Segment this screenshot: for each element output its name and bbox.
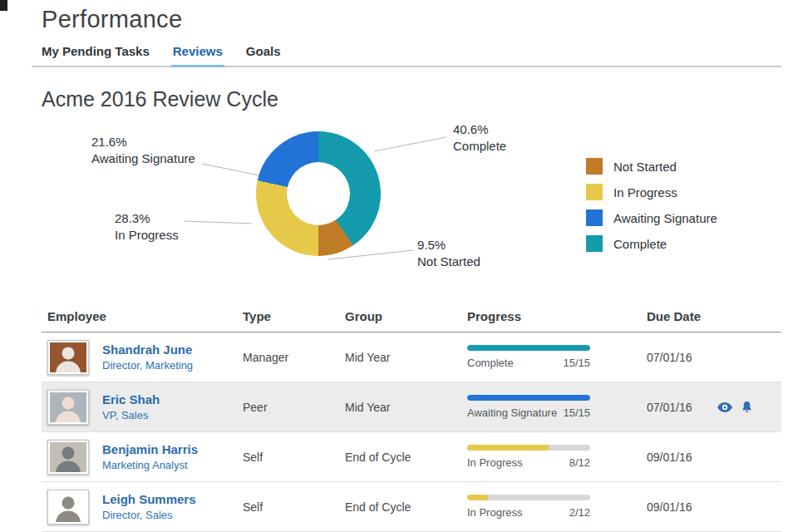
performance-page: Performance My Pending Tasks Reviews Goa… (0, 6, 798, 532)
avatar (47, 490, 89, 525)
table-row[interactable]: Leigh Summers Director, Sales Self End o… (42, 482, 781, 532)
due-date: 09/01/16 (647, 500, 692, 514)
progress-count: 15/15 (563, 406, 590, 419)
progress-status: In Progress (467, 456, 522, 469)
tab-goals[interactable]: Goals (246, 44, 281, 67)
review-group: Mid Year (345, 401, 467, 414)
due-date: 07/01/16 (647, 401, 692, 414)
legend-item-not-started: Not Started (586, 158, 717, 175)
legend-swatch (586, 158, 603, 175)
progress-bar-fill (467, 445, 549, 451)
legend-label: Complete (613, 237, 667, 251)
column-header-progress: Progress (467, 309, 647, 323)
legend-swatch (586, 235, 603, 252)
tab-reviews[interactable]: Reviews (173, 44, 223, 67)
table-row[interactable]: Shandrah June Director, Marketing Manage… (42, 332, 781, 382)
progress-bar (467, 345, 590, 351)
progress-bar-fill (467, 345, 590, 351)
review-type: Manager (243, 351, 345, 364)
employee-photo (50, 392, 86, 422)
callout-not-started-label: Not Started (417, 254, 480, 270)
employee-cell: Shandrah June Director, Marketing (42, 340, 243, 375)
table-row[interactable]: Benjamin Harris Marketing Analyst Self E… (42, 432, 781, 482)
table-row[interactable]: Eric Shah VP, Sales Peer Mid Year Awaiti… (42, 382, 781, 432)
employee-title: Director, Marketing (102, 359, 193, 372)
column-header-group: Group (345, 309, 467, 323)
progress-status: Complete (467, 357, 514, 369)
callout-complete-pct: 40.6% (453, 121, 506, 138)
employee-photo (50, 342, 86, 372)
progress-cell: In Progress 2/12 (467, 495, 647, 519)
progress-status: In Progress (467, 506, 522, 519)
employee-title: VP, Sales (102, 409, 160, 421)
legend-swatch (586, 184, 603, 200)
callout-in-progress: 28.3% In Progress (115, 210, 179, 243)
employee-title: Marketing Analyst (102, 459, 198, 471)
progress-count: 2/12 (569, 506, 590, 519)
due-date-cell: 09/01/16 (647, 500, 781, 514)
callout-awaiting-signature: 21.6% Awaiting Signature (91, 134, 195, 166)
chart-legend: Not Started In Progress Awaiting Signatu… (586, 158, 717, 261)
employee-name-link[interactable]: Eric Shah (102, 392, 160, 406)
progress-count: 15/15 (563, 357, 590, 369)
legend-label: Awaiting Signature (613, 211, 717, 225)
notification-bell-icon[interactable] (741, 401, 752, 413)
progress-bar (467, 495, 590, 500)
column-header-type: Type (243, 309, 345, 323)
due-date: 09/01/16 (647, 451, 692, 464)
progress-cell: Awaiting Signature 15/15 (467, 395, 647, 419)
column-header-due-date: Due Date (647, 309, 781, 323)
callout-awaiting-label: Awaiting Signature (91, 150, 195, 167)
avatar (47, 340, 89, 375)
progress-bar (467, 395, 590, 401)
review-type: Peer (243, 401, 345, 414)
callout-in-progress-pct: 28.3% (115, 210, 179, 227)
progress-bar-fill (467, 395, 590, 401)
due-date-cell: 09/01/16 (647, 451, 781, 464)
view-icon[interactable] (717, 402, 732, 412)
callout-not-started-pct: 9.5% (417, 237, 480, 254)
review-type: Self (243, 451, 345, 464)
review-group: End of Cycle (345, 451, 467, 464)
legend-item-in-progress: In Progress (586, 184, 717, 200)
employee-name-link[interactable]: Shandrah June (102, 342, 193, 357)
donut-chart (256, 131, 381, 256)
employee-cell: Eric Shah VP, Sales (42, 390, 243, 425)
employee-cell: Leigh Summers Director, Sales (42, 490, 243, 525)
progress-cell: Complete 15/15 (467, 345, 647, 369)
review-group: Mid Year (345, 351, 467, 364)
page-title: Performance (42, 6, 781, 33)
progress-cell: In Progress 8/12 (467, 445, 647, 469)
avatar (47, 440, 89, 475)
corner-mark (0, 0, 7, 11)
progress-count: 8/12 (569, 456, 590, 469)
avatar (47, 390, 89, 425)
table-header: Employee Type Group Progress Due Date (42, 306, 781, 332)
due-date-cell: 07/01/16 (647, 401, 781, 414)
row-actions (717, 401, 752, 413)
column-header-employee: Employee (42, 309, 243, 323)
callout-in-progress-label: In Progress (115, 227, 179, 244)
employee-name-link[interactable]: Benjamin Harris (102, 442, 198, 456)
legend-label: In Progress (613, 185, 677, 200)
callout-not-started: 9.5% Not Started (417, 237, 480, 269)
employee-photo (50, 442, 86, 472)
legend-item-complete: Complete (586, 235, 717, 252)
review-cycle-chart: 40.6% Complete 21.6% Awaiting Signature … (42, 116, 781, 284)
employee-title: Director, Sales (102, 509, 196, 521)
legend-item-awaiting-signature: Awaiting Signature (586, 209, 717, 226)
employee-cell: Benjamin Harris Marketing Analyst (42, 440, 243, 475)
employee-photo (50, 492, 86, 522)
progress-bar (467, 445, 590, 451)
tab-bar: My Pending Tasks Reviews Goals (42, 44, 781, 67)
due-date: 07/01/16 (647, 351, 692, 364)
tab-my-pending-tasks[interactable]: My Pending Tasks (42, 44, 150, 67)
due-date-cell: 07/01/16 (647, 351, 781, 364)
callout-complete: 40.6% Complete (453, 121, 506, 154)
callout-complete-label: Complete (453, 138, 506, 155)
legend-swatch (586, 209, 603, 226)
employee-name-link[interactable]: Leigh Summers (102, 492, 196, 506)
review-group: End of Cycle (345, 500, 467, 514)
legend-label: Not Started (613, 160, 677, 174)
progress-status: Awaiting Signature (467, 406, 557, 419)
